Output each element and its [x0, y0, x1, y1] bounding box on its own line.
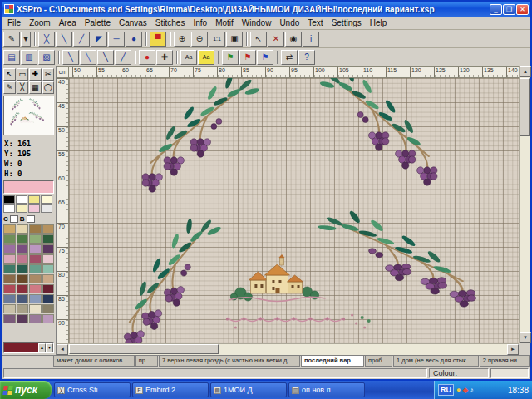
select-tool[interactable]: ↖ — [250, 32, 267, 47]
taskbar-task[interactable]: ▤1МОИ Д... — [210, 382, 287, 397]
palette-swatch[interactable] — [42, 234, 55, 244]
taskbar-task[interactable]: ╳Cross Sti... — [54, 382, 131, 397]
thread-colour-swatch[interactable]: ▀ — [150, 32, 166, 47]
maximize-button[interactable]: ❐ — [503, 4, 515, 15]
palette-swatch[interactable] — [42, 274, 55, 283]
taskbar-task[interactable]: EEmbird 2... — [132, 382, 209, 397]
menu-motif[interactable]: Motif — [211, 17, 238, 28]
add-stitch-tool[interactable]: ✚ — [29, 68, 42, 81]
scroll-down-arrow[interactable]: ▼ — [520, 332, 531, 343]
horizontal-scroll-thumb[interactable] — [69, 344, 219, 354]
palette-swatch[interactable] — [16, 195, 27, 204]
palette-scroll-up[interactable]: ▲ — [38, 343, 46, 352]
selected-colour-swatch[interactable] — [3, 180, 54, 194]
palette-swatch[interactable] — [3, 254, 16, 264]
start-button[interactable]: пуск — [0, 381, 52, 399]
menu-undo[interactable]: Undo — [275, 17, 303, 28]
taskbar-task[interactable]: ▥оп нов п... — [288, 382, 365, 397]
palette-swatch[interactable] — [29, 314, 42, 323]
palette-swatch[interactable] — [3, 304, 16, 313]
menu-file[interactable]: File — [3, 17, 25, 28]
thread-style-3[interactable]: ╲ — [97, 50, 114, 65]
flag-green-tool[interactable]: ⚑ — [222, 50, 239, 65]
info-tool[interactable]: i — [303, 32, 319, 47]
palette-swatch[interactable] — [3, 234, 16, 244]
add-colour[interactable]: ✚ — [156, 50, 173, 65]
palette-swatch[interactable] — [3, 204, 15, 213]
palette-swatch[interactable] — [17, 274, 29, 283]
motif-save[interactable]: ▥ — [21, 50, 37, 65]
b-colour-box[interactable] — [27, 215, 35, 223]
menu-stitches[interactable]: Stitches — [151, 17, 190, 28]
palette-swatch[interactable] — [29, 244, 42, 254]
close-button[interactable]: ✕ — [516, 4, 529, 15]
volume-icon[interactable]: ♪ — [470, 385, 474, 395]
pattern-tab-3[interactable]: 7 верхн левая гроздь (с частью них ветки… — [159, 356, 300, 367]
zoom-in-tool[interactable]: ⊕ — [174, 32, 190, 47]
palette-swatch[interactable] — [17, 254, 29, 264]
palette-swatch[interactable] — [29, 294, 42, 303]
minimize-button[interactable]: _ — [490, 4, 502, 15]
palette-swatch[interactable] — [29, 254, 42, 264]
flag-red-tool[interactable]: ⚑ — [239, 50, 256, 65]
motif-mirror[interactable]: ▧ — [38, 50, 55, 65]
menu-area[interactable]: Area — [55, 17, 81, 28]
palette-swatch[interactable] — [17, 224, 29, 234]
palette-swatch[interactable] — [3, 264, 16, 273]
c-colour-box[interactable] — [10, 215, 18, 223]
antivirus-icon[interactable]: ◆ — [462, 385, 468, 395]
palette-swatch[interactable] — [17, 304, 29, 313]
palette-swatch[interactable] — [3, 274, 16, 283]
horizontal-scrollbar[interactable]: ◄ ► — [57, 343, 519, 355]
palette-swatch[interactable] — [17, 244, 29, 254]
help-tool[interactable]: ? — [298, 50, 315, 65]
quarter-stitch-tool[interactable]: ╱ — [73, 32, 90, 47]
palette-swatch[interactable] — [3, 224, 16, 234]
current-colour-swatch[interactable] — [4, 343, 38, 352]
full-stitch-tool[interactable]: ╳ — [38, 32, 55, 47]
palette-swatch[interactable] — [42, 254, 55, 264]
palette-swatch[interactable] — [29, 274, 42, 283]
half-stitch-tool[interactable]: ╲ — [56, 32, 72, 47]
palette-swatch[interactable] — [17, 234, 29, 244]
draw-tool[interactable]: ✎ — [3, 81, 16, 94]
backstitch-tool[interactable]: ─ — [108, 32, 125, 47]
palette-swatch[interactable] — [29, 304, 42, 313]
pattern-tab-4[interactable]: последний вариант — [301, 356, 364, 367]
palette-swatch[interactable] — [42, 314, 55, 323]
palette-swatch[interactable] — [41, 195, 52, 204]
erase-stitch-tool[interactable]: ╳ — [17, 81, 29, 94]
palette-swatch[interactable] — [17, 264, 29, 273]
palette-swatch[interactable] — [42, 244, 55, 254]
menu-zoom[interactable]: Zoom — [25, 17, 55, 28]
menu-info[interactable]: Info — [189, 17, 211, 28]
vertical-scroll-thumb[interactable] — [520, 78, 530, 136]
palette-swatch[interactable] — [29, 224, 42, 234]
palette-swatch[interactable] — [42, 264, 55, 273]
title-bar[interactable]: XSPro - C:\Documents and Settings\Rimma\… — [2, 2, 530, 17]
palette-swatch[interactable] — [42, 294, 55, 303]
palette-colour-dot[interactable]: ● — [139, 50, 155, 65]
grid-tool[interactable]: ▦ — [29, 81, 42, 94]
three-quarter-stitch-tool[interactable]: ◤ — [91, 32, 107, 47]
palette-swatch[interactable] — [3, 294, 16, 303]
palette-swatch[interactable] — [29, 284, 42, 293]
thread-style-1[interactable]: ╲ — [62, 50, 79, 65]
thread-style-4[interactable]: ╱ — [115, 50, 131, 65]
palette-swatch[interactable] — [41, 204, 52, 213]
pattern-tab-6[interactable]: 1 дом (не весь для стыковки) — [393, 356, 479, 367]
scroll-left-arrow[interactable]: ◄ — [57, 344, 68, 355]
pencil-tool[interactable]: ✎ — [3, 32, 20, 47]
scroll-right-arrow[interactable]: ► — [507, 344, 519, 355]
thread-style-2[interactable]: ╲ — [80, 50, 96, 65]
select-arrow-tool[interactable]: ↖ — [3, 68, 16, 81]
menu-palette[interactable]: Palette — [81, 17, 115, 28]
menu-help[interactable]: Help — [366, 17, 392, 28]
zoom-out-tool[interactable]: ⊖ — [191, 32, 208, 47]
pattern-tab-2[interactable]: проба — [135, 356, 158, 367]
menu-text[interactable]: Text — [303, 17, 327, 28]
zoom-fit-tool[interactable]: ▣ — [226, 32, 243, 47]
french-knot-tool[interactable]: ● — [126, 32, 142, 47]
vertical-scrollbar[interactable]: ▲ ▼ — [519, 66, 530, 343]
palette-swatch[interactable] — [28, 204, 40, 213]
